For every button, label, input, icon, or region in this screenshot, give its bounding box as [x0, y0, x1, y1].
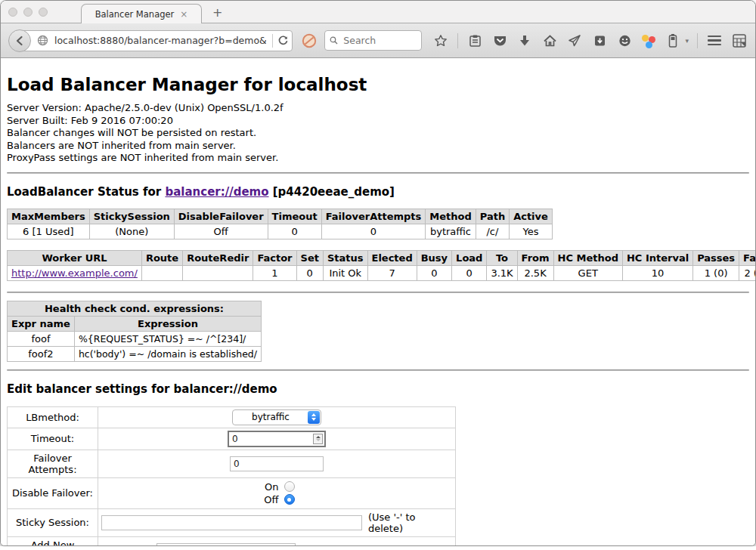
- col-path: Path: [476, 209, 509, 224]
- panel-download-icon[interactable]: [591, 32, 608, 49]
- lbmethod-row: LBmethod: bytraffic: [8, 406, 456, 428]
- browser-window: Balancer Manager × +: [0, 0, 756, 546]
- close-window-button[interactable]: [8, 8, 17, 17]
- divider-rule: [7, 172, 749, 174]
- hc-header-row: Expr name Expression: [8, 316, 262, 331]
- bookmark-star-icon[interactable]: [432, 32, 449, 49]
- zoom-window-button[interactable]: [39, 8, 48, 17]
- navigation-toolbar: ▾: [1, 23, 755, 58]
- lbmethod-label: LBmethod:: [8, 406, 98, 428]
- url-bar[interactable]: [20, 30, 293, 51]
- tab-close-icon[interactable]: ×: [180, 9, 187, 20]
- worker-status-table: Worker URL Route RouteRedir Factor Set S…: [7, 250, 756, 281]
- window-controls: [8, 8, 48, 17]
- divider-rule: [7, 369, 749, 371]
- status-heading-prefix: LoadBalancer Status for: [7, 185, 165, 199]
- titlebar: Balancer Manager × +: [1, 1, 755, 23]
- hc-row-foof2: foof2 hc('body') =~ /domain is establish…: [8, 346, 262, 361]
- worker-table-data-row: http://www.example.com/ 1 0 Init Ok 7 0 …: [8, 265, 756, 280]
- col-failoverattempts: FailoverAttempts: [321, 209, 426, 224]
- home-icon[interactable]: [541, 32, 558, 49]
- overflow-caret-icon[interactable]: ▾: [685, 37, 689, 45]
- search-icon: [330, 36, 338, 45]
- radio-on-label: On: [259, 480, 279, 493]
- failover-on-radio[interactable]: [284, 481, 295, 492]
- persist-note-line: Balancer changes will NOT be persisted o…: [7, 127, 749, 140]
- chat-smiley-icon[interactable]: [616, 32, 633, 49]
- url-input[interactable]: [53, 34, 268, 47]
- col-stickysession: StickySession: [89, 209, 174, 224]
- pocket-icon[interactable]: [491, 32, 508, 49]
- col-expr-name: Expr name: [8, 316, 75, 331]
- search-bar[interactable]: [324, 30, 422, 51]
- worker-url-link[interactable]: http://www.example.com/: [11, 267, 138, 279]
- col-expression: Expression: [74, 316, 261, 331]
- search-input[interactable]: [342, 34, 417, 47]
- battery-icon[interactable]: [665, 32, 681, 49]
- extension-grid-icon[interactable]: [731, 32, 748, 49]
- sticky-session-input[interactable]: [101, 515, 362, 530]
- server-version-line: Server Version: Apache/2.5.0-dev (Unix) …: [7, 102, 749, 115]
- add-worker-label: Add New Worker:: [8, 536, 98, 546]
- col-worker-url: Worker URL: [8, 250, 142, 265]
- add-worker-input[interactable]: [156, 543, 296, 546]
- status-heading-suffix: [p4420eeae_demo]: [269, 185, 395, 199]
- balancer-status-table: MaxMembers StickySession DisableFailover…: [7, 209, 553, 239]
- worker-table-header-row: Worker URL Route RouteRedir Factor Set S…: [8, 250, 756, 265]
- health-check-table: Health check cond. expressions: Expr nam…: [7, 301, 262, 362]
- disable-failover-row: Disable Failover: On Off: [8, 477, 456, 508]
- col-active: Active: [510, 209, 553, 224]
- page-title: Load Balancer Manager for localhost: [7, 75, 749, 94]
- disable-failover-label: Disable Failover:: [8, 477, 98, 508]
- colored-dots-icon[interactable]: [641, 33, 656, 48]
- timeout-label: Timeout:: [8, 428, 98, 450]
- page-content: Load Balancer Manager for localhost Serv…: [1, 75, 755, 546]
- tab-balancer-manager[interactable]: Balancer Manager ×: [81, 4, 202, 23]
- globe-icon[interactable]: [37, 35, 48, 46]
- edit-balancer-heading: Edit balancer settings for balancer://de…: [7, 382, 749, 396]
- balancer-demo-link[interactable]: balancer://demo: [165, 185, 268, 199]
- reload-icon[interactable]: [277, 35, 289, 46]
- sticky-session-row: Sticky Session: (Use '-' to delete): [8, 508, 456, 536]
- balancer-table-header-row: MaxMembers StickySession DisableFailover…: [8, 209, 553, 224]
- tab-title: Balancer Manager: [95, 9, 175, 20]
- toolbar-separator: [697, 33, 698, 48]
- failover-attempts-row: Failover Attempts:: [8, 450, 456, 477]
- failover-attempts-label: Failover Attempts:: [8, 450, 98, 477]
- minimize-window-button[interactable]: [23, 8, 33, 17]
- number-spinner-icon[interactable]: [313, 434, 323, 444]
- inherit-note-line: Balancers are NOT inherited from main se…: [7, 140, 749, 153]
- back-button[interactable]: [8, 29, 31, 52]
- select-stepper-icon: [308, 411, 320, 424]
- sticky-session-hint: (Use '-' to delete): [368, 511, 452, 534]
- new-tab-button[interactable]: +: [212, 5, 222, 20]
- edit-balancer-form: LBmethod: bytraffic Timeout:: [7, 406, 456, 546]
- divider-rule: [7, 292, 749, 293]
- timeout-row: Timeout:: [8, 428, 456, 450]
- sticky-session-label: Sticky Session:: [8, 508, 98, 536]
- balancer-table-data-row: 6 [1 Used] (None) Off 0 0 bytraffic /c/ …: [8, 224, 553, 239]
- blocked-content-icon[interactable]: [302, 33, 317, 48]
- toolbar-separator: [457, 33, 458, 48]
- timeout-input[interactable]: [228, 431, 326, 447]
- hc-row-foof: foof %{REQUEST_STATUS} =~ /^[234]/: [8, 331, 262, 346]
- are-you-sure-checkbox[interactable]: [387, 545, 397, 546]
- share-plane-icon[interactable]: [566, 32, 583, 49]
- col-method: Method: [426, 209, 476, 224]
- downloads-icon[interactable]: [516, 32, 533, 49]
- lbmethod-select[interactable]: bytraffic: [232, 409, 321, 425]
- server-built-line: Server Built: Feb 9 2016 07:00:20: [7, 115, 749, 128]
- add-worker-row: Add New Worker: Are you sure?: [8, 536, 456, 546]
- col-timeout: Timeout: [268, 209, 321, 224]
- lbmethod-selected-value: bytraffic: [252, 412, 290, 422]
- hc-caption-row: Health check cond. expressions:: [8, 301, 262, 316]
- menu-hamburger-icon[interactable]: [706, 32, 723, 49]
- failover-off-radio[interactable]: [284, 494, 295, 505]
- proxypass-note-line: ProxyPass settings are NOT inherited fro…: [7, 152, 749, 165]
- urlbar-divider: [272, 34, 273, 48]
- failover-attempts-input[interactable]: [230, 456, 324, 471]
- col-disablefailover: DisableFailover: [174, 209, 268, 224]
- radio-off-label: Off: [259, 493, 279, 506]
- reading-list-icon[interactable]: [466, 32, 483, 49]
- are-you-sure-label: Are you sure?: [308, 545, 375, 546]
